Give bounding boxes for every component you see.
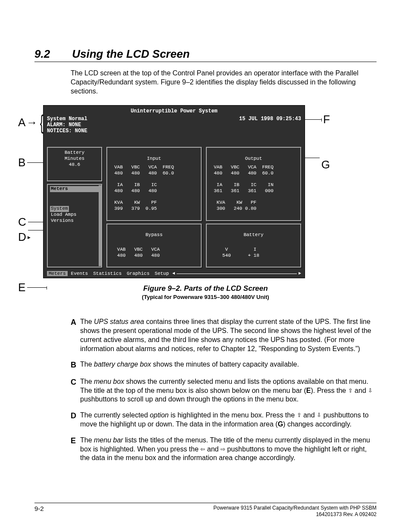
footer-doc-title: Powerware 9315 Parallel Capacity/Redunda… — [213, 505, 377, 511]
status-line-1: System Normal — [47, 116, 87, 122]
description-list: A The UPS status area contains three lin… — [71, 317, 377, 463]
section-title-text: Using the LCD Screen — [72, 47, 190, 60]
menu-option[interactable]: Versions — [50, 218, 99, 224]
callout-F: F — [301, 113, 330, 126]
battery-label: Battery Minutes — [50, 150, 99, 162]
figure-caption-line2: (Typical for Powerware 9315–300 480/480V… — [34, 294, 377, 300]
menubar-item[interactable]: Setup — [153, 271, 171, 276]
menu-box[interactable]: Meters System Load Amps Versions — [47, 184, 102, 268]
desc-C: C The menu box shows the currently selec… — [71, 377, 377, 404]
page-number: 9-2 — [34, 505, 44, 517]
figure-caption: Figure 9–2. Parts of the LCD Screen (Typ… — [34, 284, 377, 300]
section-heading: 9.2 Using the LCD Screen — [34, 47, 377, 62]
menubar-item-selected[interactable]: Meters — [47, 271, 68, 276]
footer-doc-rev: 164201373 Rev. A 092402 — [213, 511, 377, 517]
menubar-item[interactable]: Statistics — [91, 271, 123, 276]
down-arrow-icon: ⇩ — [368, 387, 373, 394]
callout-A: A→{ — [18, 115, 44, 129]
panel-output: Output VAB VBC VCA FREQ 480 480 480 60.0… — [206, 147, 301, 221]
ups-status-area: System Normal ALARM: NONE NOTICES: NONE — [47, 116, 87, 134]
up-arrow-icon: ⇧ — [348, 387, 353, 394]
figure: A→{ B C D E F G Uninterruptible Power Sy… — [43, 105, 377, 278]
battery-minutes-value: 48.6 — [50, 162, 99, 168]
menu-bar[interactable]: Meters Events Statistics Graphics Setup — [47, 271, 301, 276]
status-line-3: NOTICES: NONE — [47, 128, 87, 134]
figure-caption-line1: Figure 9–2. Parts of the LCD Screen — [34, 284, 377, 293]
panel-battery: Battery V I 540 + 18 — [206, 224, 301, 268]
lcd-screen: Uninterruptible Power System System Norm… — [43, 105, 305, 278]
page-footer: 9-2 Powerware 9315 Parallel Capacity/Red… — [34, 503, 377, 517]
menubar-item[interactable]: Events — [69, 271, 90, 276]
menubar-scroll-indicator — [177, 274, 297, 274]
left-arrow-icon: ⇦ — [200, 446, 205, 452]
menu-selected-option[interactable]: System — [50, 206, 69, 212]
intro-paragraph: The LCD screen at the top of the Control… — [71, 69, 377, 96]
panel-input: Input VAB VBC VCA FREQ 480 480 480 60.0 … — [106, 147, 202, 221]
down-arrow-icon: ⇩ — [317, 412, 321, 418]
desc-E: E The menu bar lists the titles of the m… — [71, 436, 377, 463]
desc-A: A The UPS status area contains three lin… — [71, 317, 377, 353]
lcd-title: Uninterruptible Power System — [47, 108, 301, 114]
up-arrow-icon: ⇧ — [297, 412, 302, 418]
menu-box-title: Meters — [50, 186, 99, 192]
status-line-2: ALARM: NONE — [47, 122, 87, 128]
menu-option[interactable]: Load Amps — [50, 212, 99, 218]
desc-B: B The battery charge box shows the minut… — [71, 360, 377, 370]
lcd-datetime: 15 JUL 1998 09:25:43 — [239, 116, 301, 134]
desc-D: D The currently selected option is highl… — [71, 411, 377, 429]
battery-charge-box: Battery Minutes 48.6 — [47, 147, 102, 181]
callout-E: E — [18, 281, 47, 294]
right-arrow-icon: ⇨ — [221, 446, 225, 452]
menubar-item[interactable]: Graphics — [125, 271, 151, 276]
panel-bypass: Bypass VAB VBC VCA 480 480 480 — [106, 224, 202, 268]
section-number: 9.2 — [34, 47, 69, 61]
menu-scrollbar[interactable] — [99, 185, 101, 266]
